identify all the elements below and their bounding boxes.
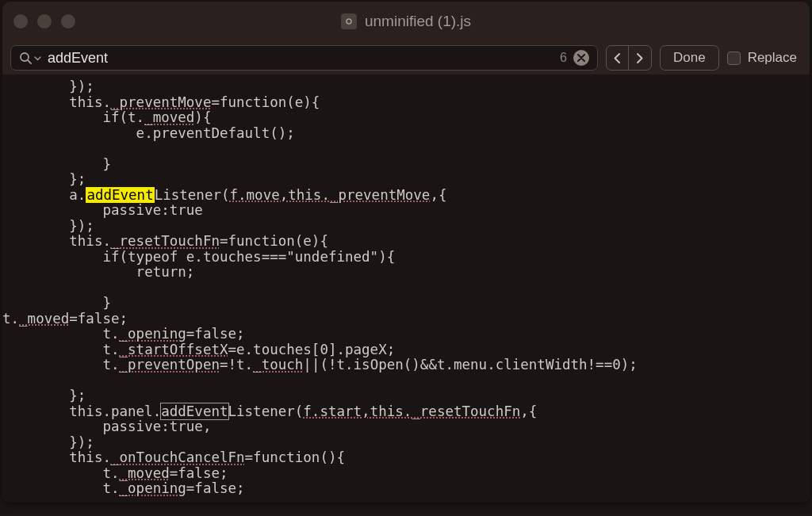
svg-point-0: [347, 19, 351, 24]
find-navigation: [606, 45, 652, 71]
zoom-window-button[interactable]: [61, 14, 75, 29]
replace-label: Replace: [748, 50, 797, 66]
search-match-current: addEvent: [86, 187, 154, 203]
window-title-text: unminified (1).js: [365, 13, 471, 30]
file-icon: [341, 13, 357, 29]
minimize-window-button[interactable]: [37, 14, 52, 29]
replace-checkbox[interactable]: [727, 52, 741, 65]
editor-window: unminified (1).js 6: [2, 2, 810, 503]
clear-search-button[interactable]: [573, 50, 589, 66]
find-bar: 6 Done Replace: [2, 41, 810, 75]
done-button[interactable]: Done: [660, 45, 719, 71]
search-mode-button[interactable]: [19, 52, 41, 65]
replace-toggle: Replace: [727, 50, 802, 66]
find-next-button[interactable]: [629, 46, 651, 70]
search-box: 6: [10, 45, 598, 71]
svg-line-2: [28, 60, 31, 63]
window-title: unminified (1).js: [341, 13, 471, 30]
traffic-lights: [13, 14, 75, 29]
search-match: addEvent: [160, 403, 228, 420]
code-editor[interactable]: }); this._preventMove=function(e){ if(t.…: [2, 75, 810, 503]
find-previous-button[interactable]: [607, 46, 629, 70]
titlebar: unminified (1).js: [2, 2, 810, 41]
code-content: }); this._preventMove=function(e){ if(t.…: [2, 79, 810, 497]
chevron-down-icon: [34, 55, 41, 62]
search-result-count: 6: [560, 51, 567, 65]
search-icon: [19, 52, 33, 65]
close-window-button[interactable]: [13, 14, 28, 29]
search-input[interactable]: [48, 50, 553, 67]
